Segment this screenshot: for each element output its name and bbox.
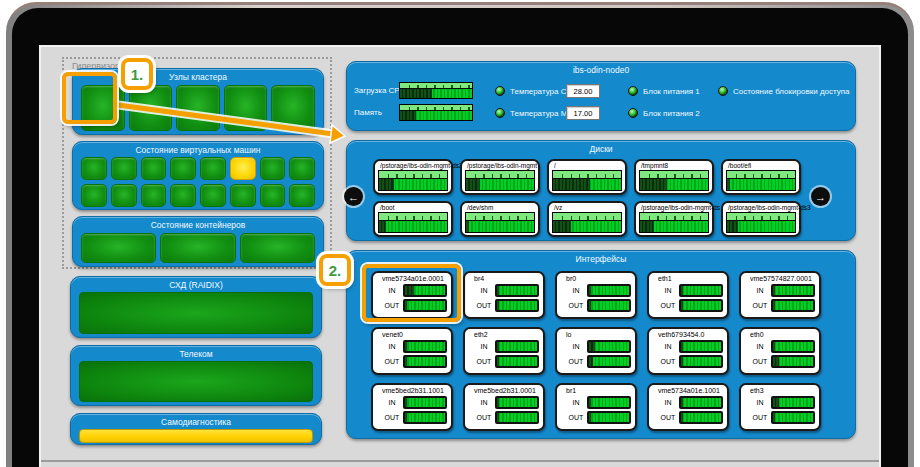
disk-name: /pstorage/ibs-odin-mgmt-ds2 [375, 161, 451, 169]
iface-out-label: OUT [473, 358, 495, 365]
vm-state-tile[interactable] [230, 184, 256, 207]
disk-name: /pstorage/ibs-odin-mgmt-ds3 [723, 203, 799, 211]
disk-usage-meter [465, 170, 535, 191]
iface-in-label: IN [749, 399, 771, 406]
iface-card[interactable]: eth1INOUT [647, 271, 729, 319]
vm-state-tile[interactable] [141, 184, 167, 207]
disk-usage-meter [465, 212, 535, 233]
iface-in-bar [495, 340, 539, 353]
iface-in-bar [771, 284, 815, 297]
iface-in-bar [679, 340, 723, 353]
iface-in-bar [771, 340, 815, 353]
disk-name: /boot [375, 203, 451, 211]
callout-step-2: 2. [319, 254, 351, 286]
vm-state-tile[interactable] [111, 157, 137, 180]
vm-state-tile[interactable] [111, 184, 137, 207]
vm-state-title: Состояние виртуальных машин [73, 142, 323, 155]
disk-card[interactable]: /pstorage/ibs-odin-mgmt-ds3 [721, 201, 801, 237]
access-lock-led [718, 86, 728, 96]
iface-out-label: OUT [749, 302, 771, 309]
iface-in-bar [403, 340, 447, 353]
container-state-tile[interactable] [240, 233, 315, 263]
telecom-panel: Телеком [70, 345, 322, 406]
iface-name: eth3 [741, 385, 819, 394]
cluster-node-tile[interactable] [129, 85, 173, 131]
iface-name: venet0 [373, 329, 451, 338]
interface-highlight-box [362, 264, 461, 322]
disks-next-button[interactable]: → [811, 187, 830, 206]
iface-card[interactable]: vme5bed2b31.0001INOUT [463, 383, 545, 431]
disk-card[interactable]: /pstorage/ibs-odin-mgmt-ds [634, 201, 714, 237]
iface-card[interactable]: vme5bed2b31.1001INOUT [371, 383, 453, 431]
iface-io-row: IN [657, 284, 727, 297]
disk-card[interactable]: / [547, 159, 627, 195]
iface-card[interactable]: br0INOUT [555, 271, 637, 319]
vm-state-tile[interactable] [81, 184, 107, 207]
vm-tiles-row [73, 155, 323, 182]
iface-io-row: OUT [473, 355, 543, 368]
iface-card[interactable]: vme57574827.0001INOUT [739, 271, 821, 319]
disk-name: /boot/efi [723, 161, 799, 169]
iface-name: veth6793454.0 [649, 329, 727, 338]
vm-tiles-row [73, 182, 323, 209]
temp-mb-led [495, 108, 505, 118]
iface-card[interactable]: loINOUT [555, 327, 637, 375]
iface-card[interactable]: veth6793454.0INOUT [647, 327, 729, 375]
disk-card[interactable]: /boot [373, 201, 453, 237]
vm-state-tile[interactable] [170, 184, 196, 207]
vm-state-tile[interactable] [170, 157, 196, 180]
iface-card[interactable]: br4INOUT [463, 271, 545, 319]
disk-card[interactable]: /dev/shm [460, 201, 540, 237]
disk-card[interactable]: /pstorage/ibs-odin-mgmt [460, 159, 540, 195]
disk-usage-meter [726, 212, 796, 233]
vm-state-tile[interactable] [260, 184, 286, 207]
iface-card[interactable]: venet0INOUT [371, 327, 453, 375]
cluster-node-tile[interactable] [271, 85, 315, 131]
iface-out-bar [771, 299, 815, 312]
iface-in-bar [495, 396, 539, 409]
iface-io-row: IN [657, 396, 727, 409]
iface-io-row: IN [565, 284, 635, 297]
iface-io-row: OUT [749, 355, 819, 368]
iface-name: eth1 [649, 273, 727, 282]
temp-mb-label: Температура MB [510, 109, 573, 118]
cluster-node-tile[interactable] [176, 85, 220, 131]
iface-name: vme5734a01e.1001 [649, 385, 727, 394]
container-state-tile[interactable] [81, 233, 156, 263]
disk-card[interactable]: /pstorage/ibs-odin-mgmt-ds2 [373, 159, 453, 195]
telecom-status-bar[interactable] [79, 361, 313, 402]
iface-io-row: OUT [749, 299, 819, 312]
iface-card[interactable]: eth2INOUT [463, 327, 545, 375]
storage-status-bar[interactable] [79, 292, 313, 334]
vm-state-tile[interactable] [81, 157, 107, 180]
vm-state-tile[interactable] [230, 157, 256, 180]
disk-usage-meter [378, 170, 448, 191]
disk-name: /dev/shm [462, 203, 538, 211]
temp-cpu-value: 28.00 [566, 84, 600, 98]
vm-state-tile[interactable] [200, 184, 226, 207]
iface-io-row: IN [565, 340, 635, 353]
iface-in-bar [587, 284, 631, 297]
iface-in-bar [771, 396, 815, 409]
vm-state-tile[interactable] [141, 157, 167, 180]
self-diagnostics-status-bar[interactable] [79, 429, 313, 443]
vm-state-tile[interactable] [260, 157, 286, 180]
iface-out-bar [587, 411, 631, 424]
access-lock-label: Состояние блокировки доступа [733, 87, 850, 96]
iface-io-row: OUT [657, 299, 727, 312]
iface-name: br4 [465, 273, 543, 282]
disk-card[interactable]: /vz [547, 201, 627, 237]
iface-in-bar [679, 284, 723, 297]
disk-card[interactable]: /boot/efi [721, 159, 801, 195]
disk-card[interactable]: /tmpmnt8 [634, 159, 714, 195]
vm-state-tile[interactable] [289, 184, 315, 207]
iface-card[interactable]: eth3INOUT [739, 383, 821, 431]
iface-card[interactable]: eth0INOUT [739, 327, 821, 375]
disks-prev-button[interactable]: ← [344, 187, 363, 206]
container-state-tile[interactable] [160, 233, 235, 263]
cluster-node-tile[interactable] [224, 85, 268, 131]
vm-state-tile[interactable] [289, 157, 315, 180]
vm-state-tile[interactable] [200, 157, 226, 180]
iface-card[interactable]: vme5734a01e.1001INOUT [647, 383, 729, 431]
iface-card[interactable]: br1INOUT [555, 383, 637, 431]
